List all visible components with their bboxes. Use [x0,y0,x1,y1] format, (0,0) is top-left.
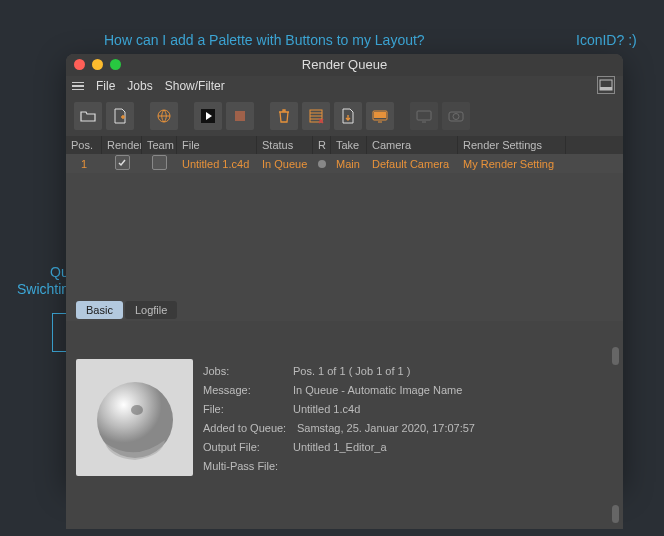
list-empty-area [66,173,623,321]
maximize-window-icon[interactable] [110,59,121,70]
svg-point-13 [131,405,143,415]
header-take[interactable]: Take [331,136,367,154]
field-added: Added to Queue:Samstag, 25. Januar 2020,… [203,418,613,437]
render-preview [76,359,193,476]
render-checkbox-icon[interactable] [115,155,130,170]
toolbar [66,96,623,136]
cell-take: Main [331,155,367,173]
stop-button[interactable] [226,102,254,130]
titlebar: Render Queue [66,54,623,76]
svg-rect-1 [600,87,612,90]
cell-render[interactable] [102,155,142,173]
cell-pos: 1 [66,155,102,173]
table-row[interactable]: 1 Untitled 1.c4d In Queue Main Default C… [66,154,623,173]
dock-icon[interactable] [597,76,615,94]
jobs-label: Jobs: [203,365,293,377]
added-value: Samstag, 25. Januar 2020, 17:07:57 [297,422,475,434]
table-headers: Pos. Render Team File Status R Take Came… [66,136,623,154]
header-file[interactable]: File [177,136,257,154]
field-multipass: Multi-Pass File: [203,456,613,475]
svg-rect-8 [417,111,431,120]
cell-team[interactable] [142,155,177,173]
delete-button[interactable] [270,102,298,130]
file-label: File: [203,403,293,415]
svg-point-10 [453,114,459,120]
external-monitor-button[interactable] [410,102,438,130]
added-label: Added to Queue: [203,422,297,434]
annotation-top-question: How can I add a Palette with Buttons to … [104,32,425,48]
jobs-value: Pos. 1 of 1 ( Job 1 of 1 ) [293,365,410,377]
field-message: Message:In Queue - Automatic Image Name [203,380,613,399]
globe-button[interactable] [150,102,178,130]
menu-bar: File Jobs Show/Filter [66,76,623,96]
sphere-preview-icon [85,368,185,468]
message-label: Message: [203,384,293,396]
file-value: Untitled 1.c4d [293,403,360,415]
clear-list-button[interactable] [302,102,330,130]
scrollbar-top[interactable] [612,347,619,365]
header-render-settings[interactable]: Render Settings [458,136,566,154]
team-checkbox-icon[interactable] [152,155,167,170]
minimize-window-icon[interactable] [92,59,103,70]
tab-basic[interactable]: Basic [76,301,123,319]
tab-logfile[interactable]: Logfile [125,301,177,319]
window-title: Render Queue [302,57,387,72]
play-button[interactable] [194,102,222,130]
output-label: Output File: [203,441,293,453]
field-file: File:Untitled 1.c4d [203,399,613,418]
cell-render-settings: My Render Setting [458,155,566,173]
menu-file[interactable]: File [96,79,115,93]
header-pos[interactable]: Pos. [66,136,102,154]
menu-show-filter[interactable]: Show/Filter [165,79,225,93]
output-value: Untitled 1_Editor_a [293,441,387,453]
window-controls [74,59,121,70]
header-r[interactable]: R [313,136,331,154]
svg-rect-7 [374,112,386,118]
tab-bar: Basic Logfile [76,301,179,319]
svg-rect-4 [235,111,245,121]
header-team[interactable]: Team [142,136,177,154]
header-status[interactable]: Status [257,136,313,154]
details-panel: Jobs:Pos. 1 of 1 ( Job 1 of 1 ) Message:… [66,341,623,529]
annotation-iconid: IconID? :) [576,32,637,48]
cell-r [313,155,331,173]
info-fields: Jobs:Pos. 1 of 1 ( Job 1 of 1 ) Message:… [203,351,613,519]
render-queue-window: Render Queue File Jobs Show/Filter Pos. … [66,54,623,484]
add-document-button[interactable] [106,102,134,130]
message-value: In Queue - Automatic Image Name [293,384,462,396]
status-dot-icon [318,160,326,168]
cell-status: In Queue [257,155,313,173]
field-output: Output File:Untitled 1_Editor_a [203,437,613,456]
header-camera[interactable]: Camera [367,136,458,154]
document-down-button[interactable] [334,102,362,130]
close-window-icon[interactable] [74,59,85,70]
menu-jobs[interactable]: Jobs [127,79,152,93]
monitor-button[interactable] [366,102,394,130]
field-jobs: Jobs:Pos. 1 of 1 ( Job 1 of 1 ) [203,361,613,380]
multipass-label: Multi-Pass File: [203,460,293,472]
open-folder-button[interactable] [74,102,102,130]
cell-file: Untitled 1.c4d [177,155,257,173]
header-render[interactable]: Render [102,136,142,154]
hamburger-icon[interactable] [72,82,84,91]
cell-camera: Default Camera [367,155,458,173]
camera-button[interactable] [442,102,470,130]
scrollbar-bottom[interactable] [612,505,619,523]
